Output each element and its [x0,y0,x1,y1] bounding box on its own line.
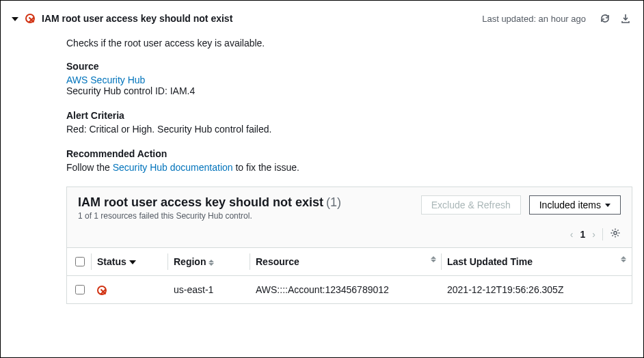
table-row[interactable]: us-east-1 AWS::::Account:123456789012 20… [67,276,632,304]
cell-time: 2021-12-12T19:56:26.305Z [442,276,632,304]
check-title: IAM root user access key should not exis… [42,13,232,24]
col-time-header[interactable]: Last Updated Time [442,248,632,276]
recommended-action-text: Follow the Security Hub documentation to… [66,162,632,173]
col-status-header[interactable]: Status [92,248,168,276]
check-description: Checks if the root user access key is av… [66,38,632,49]
source-link[interactable]: AWS Security Hub [66,74,145,85]
divider [602,228,603,240]
alert-criteria-heading: Alert Criteria [66,110,632,121]
alert-criteria-text: Red: Critical or High. Security Hub cont… [66,124,632,135]
panel-subtext: 1 of 1 resources failed this Security Hu… [78,211,413,221]
last-updated-text: Last updated: an hour ago [482,14,586,24]
col-resource-header[interactable]: Resource [250,248,442,276]
refresh-icon[interactable] [598,12,612,25]
panel-title: IAM root user access key should not exis… [78,195,323,209]
sort-icon [431,256,436,262]
resources-table: Status Region Resource Last Updated Time… [67,247,632,303]
col-region-header[interactable]: Region [168,248,250,276]
sort-icon [621,256,626,262]
severity-icon [25,14,35,23]
panel-count: (1) [326,195,341,209]
included-items-dropdown[interactable]: Included items [529,195,621,215]
recommended-action-heading: Recommended Action [66,148,632,159]
chevron-down-icon [605,204,611,207]
settings-icon[interactable] [610,228,621,240]
exclude-refresh-button[interactable]: Exclude & Refresh [421,195,521,215]
resources-panel: IAM root user access key should not exis… [66,187,632,304]
sort-icon [209,260,214,266]
expand-caret[interactable] [12,17,18,21]
documentation-link[interactable]: Security Hub documentation [113,162,233,173]
source-control-id: Security Hub control ID: IAM.4 [66,85,632,96]
row-checkbox[interactable] [75,285,85,294]
page-next-icon[interactable]: › [592,229,595,240]
cell-region: us-east-1 [168,276,250,304]
download-icon[interactable] [619,12,632,25]
status-fail-icon [97,286,107,295]
sort-desc-icon [129,260,136,264]
source-heading: Source [66,61,632,72]
page-number: 1 [580,229,586,240]
page-prev-icon[interactable]: ‹ [570,229,574,240]
select-all-checkbox[interactable] [75,257,85,266]
svg-point-0 [614,232,617,234]
cell-resource: AWS::::Account:123456789012 [250,276,442,304]
